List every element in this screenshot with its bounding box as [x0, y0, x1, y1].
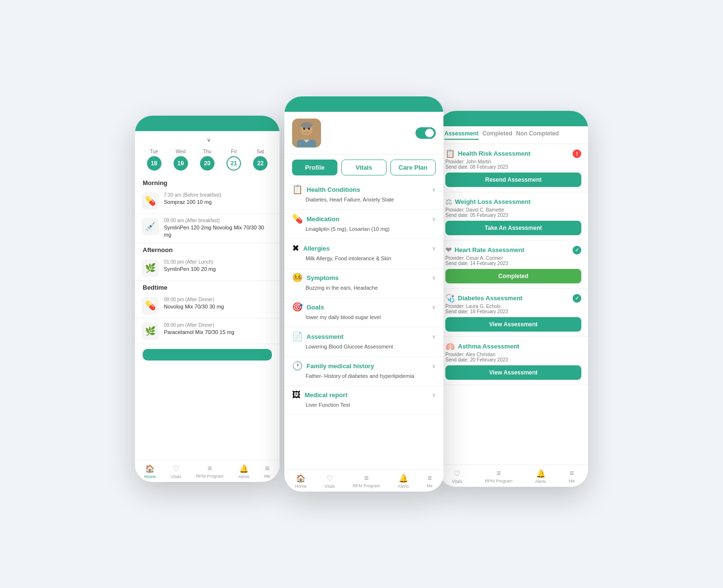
date-chevron-icon: ∨: [207, 137, 211, 143]
nav-item[interactable]: ≡ RPM Program: [485, 469, 512, 484]
health-section-chevron-icon[interactable]: ∨: [432, 304, 436, 310]
nav-label: Alerts: [398, 484, 409, 489]
nav-item[interactable]: ♡ Vitals: [452, 469, 462, 484]
day-name: Tue: [150, 149, 158, 154]
profile-tab-vitals[interactable]: Vitals: [341, 160, 387, 175]
day-item[interactable]: Fri 21: [227, 149, 241, 171]
nav-item[interactable]: ≡ RPM Program: [353, 474, 380, 489]
nav-label: RPM Program: [353, 483, 380, 488]
health-section-value: lower my daily blood sugar level: [292, 312, 436, 323]
assessment-card: 🩺 Diabetes Assessment ✓ Provider: Laura …: [439, 289, 588, 337]
nav-icon: ≡: [207, 464, 212, 473]
assessment-date: Send date: 18 February 2023: [445, 309, 581, 314]
health-section-chevron-icon[interactable]: ∨: [432, 187, 436, 193]
med-name: Paracetamol Mix 70/30 15 mg: [164, 329, 273, 336]
health-section-chevron-icon[interactable]: ∨: [432, 392, 436, 398]
days-row: Tue 18 Wed 19 Thu 20 Fri 21 Sat 22: [135, 147, 280, 176]
assessment-date: Send date: 08 February 2023: [445, 164, 581, 170]
nav-item[interactable]: ≡ Me: [569, 469, 575, 484]
assessment-tab-assessment[interactable]: Assessment: [444, 130, 479, 140]
assessment-card-icon: 🩺: [445, 294, 455, 303]
toggle-wrap: [415, 127, 436, 139]
assessment-action-button[interactable]: Take An Assessment: [445, 221, 581, 235]
medications-body: ∨ Tue 18 Wed 19 Thu 20 Fri 21 Sat 22 Mor…: [135, 131, 280, 460]
medication-item: 💉 09:00 am (After breakfast) SymlinPen 1…: [135, 214, 280, 243]
assessment-action-button[interactable]: Resend Assessment: [445, 173, 581, 187]
health-profile-phone: ProfileVitalsCare Plan 📋 Health Conditio…: [284, 96, 443, 492]
nav-label: Alerts: [535, 479, 546, 484]
nav-label: RPM Program: [485, 479, 512, 483]
assessment-provider: Provider: Cesar A. Cormier: [445, 255, 581, 261]
med-icon: 💊: [142, 297, 159, 314]
assessment-action-button[interactable]: View Assessment: [445, 365, 581, 380]
profile-tab-profile[interactable]: Profile: [292, 160, 337, 175]
nav-item[interactable]: ≡ RPM Program: [196, 464, 224, 479]
day-item[interactable]: Thu 20: [200, 149, 214, 171]
health-section-title: Health Conditions: [307, 186, 360, 193]
health-section-title-wrap: 📄 Assessment: [292, 331, 344, 342]
nav-icon: ♡: [173, 464, 179, 473]
nav-item[interactable]: 🏠 Home: [295, 474, 307, 489]
health-section-chevron-icon[interactable]: ∨: [432, 275, 436, 281]
day-item[interactable]: Wed 19: [174, 149, 188, 171]
svg-point-2: [301, 122, 312, 129]
med-time: 01:00 pm (After Lunch): [164, 259, 273, 265]
health-section-title-wrap: 🤒 Symptoms: [292, 272, 338, 283]
nav-label: Vitals: [171, 474, 181, 479]
med-info: 09:00 pm (After Dinner) Paracetamol Mix …: [164, 322, 273, 336]
health-section: 🖼 Medical report ∨ Liver Function Test: [284, 386, 443, 415]
assessment-card-title-wrap: ❤ Heart Rate Assessment: [445, 245, 524, 254]
assessment-tab-non-completed[interactable]: Non Completed: [516, 130, 559, 140]
health-section-icon: ✖: [292, 243, 299, 254]
assessment-card-title-wrap: 🫁 Asthma Assessment: [445, 342, 519, 351]
health-section-chevron-icon[interactable]: ∨: [432, 216, 436, 222]
health-section-chevron-icon[interactable]: ∨: [432, 334, 436, 340]
taken-button[interactable]: [143, 349, 272, 361]
profile-tab-care-plan[interactable]: Care Plan: [390, 160, 436, 175]
med-info: 7:30 am (Before breakfast) Sompraz 100 1…: [164, 192, 273, 206]
health-section-chevron-icon[interactable]: ∨: [432, 245, 436, 252]
day-item[interactable]: Sat 22: [253, 149, 268, 171]
health-section-title-wrap: 🎯 Goals: [292, 302, 324, 312]
health-section-chevron-icon[interactable]: ∨: [432, 363, 436, 369]
nav-label: Me: [264, 474, 270, 479]
day-number: 18: [147, 156, 161, 171]
nav-item[interactable]: 🔔 Alerts: [535, 469, 546, 484]
assessment-action-button[interactable]: Completed: [445, 269, 581, 283]
assessment-card-header: 🩺 Diabetes Assessment ✓: [445, 294, 581, 303]
health-section-title-wrap: 📋 Health Conditions: [292, 184, 360, 195]
nav-item[interactable]: ≡ Me: [427, 474, 433, 489]
avatar: [292, 119, 321, 147]
health-section: 🤒 Symptoms ∨ Buzzing in the ears, Headac…: [284, 268, 443, 298]
health-section: 🎯 Goals ∨ lower my daily blood sugar lev…: [284, 298, 443, 327]
health-section-value: Milk Allergy, Food intolerance & Skin: [292, 254, 436, 264]
nav-item[interactable]: ♡ Vitals: [171, 464, 181, 479]
medication-item: 💊 7:30 am (Before breakfast) Sompraz 100…: [135, 188, 280, 214]
health-section-icon: 🖼: [292, 390, 301, 400]
assessment-action-button[interactable]: View Assessment: [445, 317, 581, 332]
health-section-title: Symptoms: [307, 274, 338, 281]
nav-item[interactable]: 🔔 Alerts: [398, 474, 409, 489]
day-name: Fri: [231, 149, 237, 154]
assessment-card-title-wrap: 📋 Health Risk Assessment: [445, 149, 531, 158]
nav-item[interactable]: 🔔 Alerts: [238, 464, 249, 479]
health-section-icon: 📄: [292, 331, 303, 342]
medications-header: [135, 116, 280, 131]
assessment-card-header: ⚖ Weight Loss Assessment: [445, 197, 581, 206]
day-item[interactable]: Tue 18: [147, 149, 161, 171]
nav-item[interactable]: ♡ Vitals: [324, 474, 335, 489]
nav-item[interactable]: ≡ Me: [264, 464, 270, 479]
nav-item[interactable]: 🏠 Home: [144, 464, 156, 479]
nav-label: Me: [569, 479, 575, 483]
health-section: 📄 Assessment ∨ Lowering Blood Glucose As…: [284, 327, 443, 357]
health-section-title-wrap: 🕐 Family medical history: [292, 361, 374, 371]
health-section-title: Medical report: [305, 391, 348, 399]
assessment-card-icon: 🫁: [445, 342, 455, 351]
health-section-icon: 🤒: [292, 272, 303, 283]
profile-toggle[interactable]: [415, 127, 436, 139]
profile-section: [284, 112, 443, 155]
health-section-header: 💊 Medication ∨: [292, 214, 436, 224]
assessment-tab-completed[interactable]: Completed: [482, 130, 512, 140]
assessment-card-icon: ❤: [445, 245, 452, 254]
medication-date[interactable]: ∨: [135, 131, 280, 147]
